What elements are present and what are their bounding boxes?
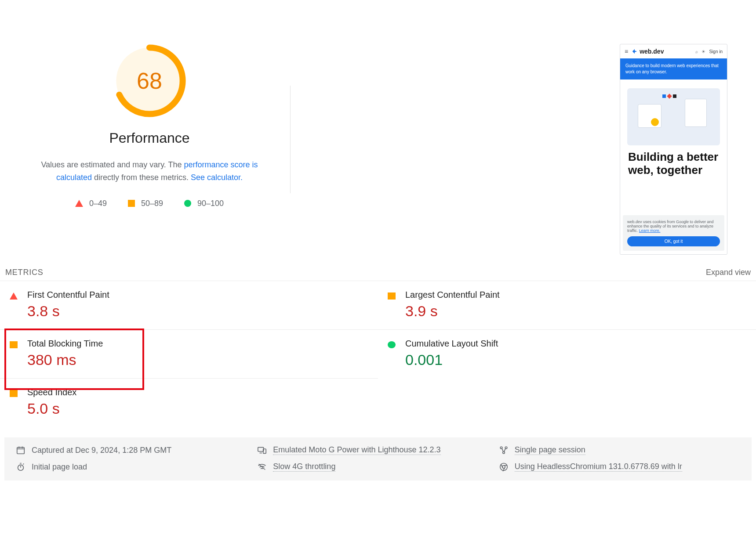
circle-icon [184, 200, 191, 207]
performance-score: 68 [113, 44, 186, 118]
square-icon [10, 341, 18, 348]
legend-pass-label: 90–100 [197, 199, 224, 208]
triangle-icon [10, 292, 18, 300]
legend-fail-label: 0–49 [89, 199, 107, 208]
metric-label: Speed Index [27, 387, 76, 397]
performance-gauge-section: 68 Performance Values are estimated and … [9, 44, 290, 208]
legend-fail: 0–49 [75, 199, 107, 208]
svg-rect-2 [17, 448, 25, 454]
legend-avg-label: 50–89 [141, 199, 163, 208]
performance-description: Values are estimated and may vary. The p… [26, 159, 273, 184]
metric-value: 380 ms [27, 351, 103, 368]
svg-point-10 [502, 466, 505, 468]
cookie-ok-button: OK, got it [627, 236, 720, 246]
circle-icon [388, 341, 396, 348]
metric-value: 3.9 s [405, 303, 500, 320]
square-icon [10, 390, 18, 397]
expand-view-toggle[interactable]: Expand view [706, 268, 751, 277]
metric-label: Largest Contentful Paint [405, 290, 500, 300]
env-device[interactable]: Emulated Moto G Power with Lighthouse 12… [257, 445, 498, 455]
vertical-divider [290, 86, 291, 193]
environment-footer: Captured at Dec 9, 2024, 1:28 PM GMT Emu… [4, 437, 752, 480]
env-load-text: Initial page load [32, 462, 87, 472]
metric-tbt[interactable]: Total Blocking Time 380 ms [0, 330, 378, 379]
env-session[interactable]: Single page session [499, 445, 740, 455]
env-captured-text: Captured at Dec 9, 2024, 1:28 PM GMT [32, 446, 171, 455]
env-session-text: Single page session [515, 445, 585, 455]
square-icon [388, 292, 396, 300]
score-legend: 0–49 50–89 90–100 [75, 199, 224, 208]
preview-banner: Guidance to build modern web experiences… [620, 58, 727, 79]
svg-rect-3 [258, 448, 264, 451]
legend-average: 50–89 [128, 199, 163, 208]
legend-pass: 90–100 [184, 199, 224, 208]
metric-speed-index[interactable]: Speed Index 5.0 s [0, 379, 378, 427]
metric-value: 5.0 s [27, 400, 76, 417]
metric-lcp[interactable]: Largest Contentful Paint 3.9 s [378, 281, 756, 330]
metric-label: Cumulative Layout Shift [405, 339, 498, 349]
metrics-section-title: METRICS [5, 268, 44, 277]
preview-cookie-notice: web.dev uses cookies from Google to deli… [623, 215, 724, 251]
metric-label: First Contentful Paint [27, 290, 109, 300]
env-load: Initial page load [16, 462, 257, 472]
page-screenshot-preview: ≡ web.dev ⌕ ☀ Sign in Guidance to build … [620, 44, 734, 255]
metric-value: 3.8 s [27, 303, 109, 320]
webdev-logo: web.dev [632, 48, 664, 55]
chrome-icon [499, 462, 509, 472]
metric-value: 0.001 [405, 351, 498, 368]
signin-link: Sign in [709, 49, 723, 54]
metric-cls[interactable]: Cumulative Layout Shift 0.001 [378, 330, 756, 379]
preview-illustration [627, 88, 720, 145]
search-icon: ⌕ [695, 49, 698, 54]
calendar-icon [16, 445, 25, 455]
square-icon [128, 200, 135, 207]
see-calculator-link[interactable]: See calculator. [191, 173, 243, 182]
desc-prefix: Values are estimated and may vary. The [41, 160, 184, 169]
performance-gauge: 68 [113, 44, 186, 118]
metrics-grid: First Contentful Paint 3.8 s Largest Con… [0, 281, 756, 427]
performance-title: Performance [109, 130, 189, 146]
env-captured: Captured at Dec 9, 2024, 1:28 PM GMT [16, 445, 257, 455]
menu-icon: ≡ [625, 48, 628, 55]
env-network[interactable]: Slow 4G throttling [257, 462, 498, 472]
theme-icon: ☀ [701, 49, 705, 54]
stopwatch-icon [16, 462, 25, 472]
metric-label: Total Blocking Time [27, 339, 103, 349]
network-icon [257, 462, 267, 472]
desc-middle: directly from these metrics. [92, 173, 191, 182]
env-browser-text: Using HeadlessChromium 131.0.6778.69 wit… [515, 462, 682, 472]
env-browser[interactable]: Using HeadlessChromium 131.0.6778.69 wit… [499, 462, 740, 472]
cookie-learn-link: Learn more. [639, 228, 661, 233]
env-device-text: Emulated Moto G Power with Lighthouse 12… [273, 445, 440, 455]
session-icon [499, 445, 509, 455]
preview-headline: Building a better web, together [620, 151, 727, 181]
triangle-icon [75, 200, 83, 207]
devices-icon [257, 445, 267, 455]
brand-text: web.dev [640, 48, 664, 55]
env-network-text: Slow 4G throttling [273, 462, 335, 472]
metric-fcp[interactable]: First Contentful Paint 3.8 s [0, 281, 378, 330]
